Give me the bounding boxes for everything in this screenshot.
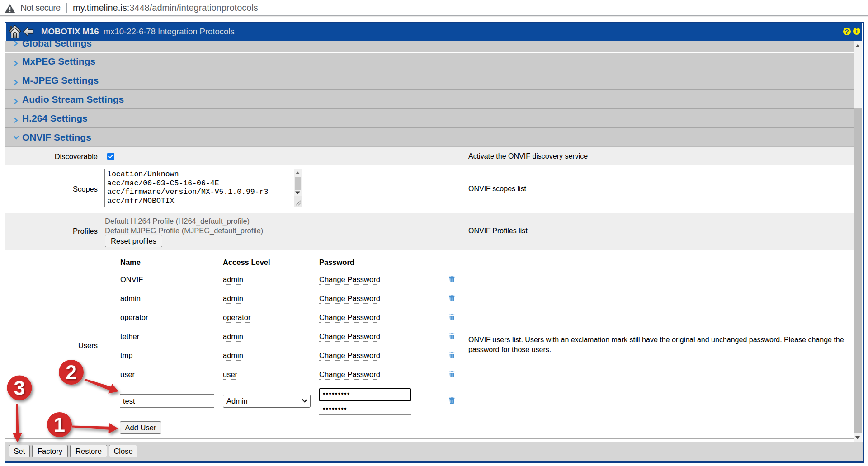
svg-text:1: 1 bbox=[54, 413, 65, 436]
svg-text:2: 2 bbox=[66, 361, 77, 384]
svg-text:3: 3 bbox=[14, 377, 25, 400]
